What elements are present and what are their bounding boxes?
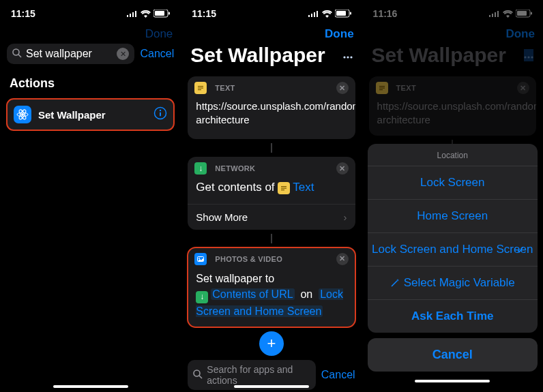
done-button[interactable]: Done (505, 27, 535, 41)
check-icon: ✓ (516, 243, 525, 256)
ellipsis-icon[interactable] (343, 49, 353, 61)
svg-point-17 (350, 56, 352, 58)
svg-point-10 (160, 109, 161, 110)
connector-line (181, 234, 362, 243)
close-icon[interactable]: ✕ (336, 82, 349, 94)
sheet-item-home-screen[interactable]: Home Screen (368, 199, 538, 232)
status-bar: 11:16 (362, 0, 543, 25)
cancel-button[interactable]: Cancel (140, 48, 174, 60)
info-icon[interactable] (153, 106, 167, 123)
home-indicator[interactable] (53, 385, 128, 388)
svg-rect-23 (281, 190, 284, 190)
page-title: Set Wallpaper (190, 44, 325, 67)
svg-rect-21 (281, 186, 287, 187)
svg-line-27 (199, 376, 202, 378)
wand-icon (390, 278, 400, 288)
svg-rect-36 (379, 88, 385, 89)
text-block[interactable]: TEXT ✕ https://source.unsplash.com/rando… (188, 76, 355, 139)
wifi-icon (141, 10, 151, 18)
search-field[interactable]: Set wallpaper ✕ (7, 44, 134, 64)
show-more-label: Show More (196, 211, 248, 223)
sheet-item-magic-variable[interactable]: Select Magic Variable (368, 266, 538, 299)
svg-rect-20 (198, 89, 201, 90)
cellular-icon (488, 10, 500, 17)
text-block-body: https://source.unsplash.com/random/1242x… (369, 97, 536, 136)
photos-block-body: Set wallpaper to ↓Contents of URL on Loc… (188, 268, 355, 327)
phone-2: 11:15 Done Set Wallpaper TEXT ✕ https://… (181, 0, 362, 392)
svg-point-3 (13, 49, 19, 55)
text-block-body[interactable]: https://source.unsplash.com/random/1242x… (188, 97, 355, 139)
close-icon[interactable]: ✕ (336, 253, 349, 265)
svg-point-33 (527, 56, 529, 58)
text-token[interactable]: Text (293, 181, 314, 194)
action-sheet: Location Lock Screen Home Screen Lock Sc… (362, 144, 543, 392)
svg-point-5 (21, 113, 24, 116)
contents-of-url-token[interactable]: Contents of URL (211, 288, 294, 300)
svg-rect-1 (155, 11, 164, 16)
svg-rect-18 (198, 86, 203, 87)
status-indicators (488, 10, 532, 18)
status-bar: 11:15 (0, 0, 181, 25)
download-icon: ↓ (194, 162, 207, 175)
search-input-value: Set wallpaper (26, 48, 92, 60)
set-wallpaper-prefix: Set wallpaper to (196, 273, 274, 284)
wifi-icon (503, 10, 513, 18)
svg-rect-30 (517, 11, 527, 16)
set-wallpaper-middle: on (300, 288, 312, 300)
atom-icon (16, 108, 29, 121)
photos-video-block[interactable]: PHOTOS & VIDEO ✕ Set wallpaper to ↓Conte… (188, 247, 355, 327)
text-icon (194, 82, 207, 94)
search-icon (193, 370, 203, 381)
network-block[interactable]: ↓ NETWORK ✕ Get contents of Text Show Mo… (188, 157, 355, 230)
add-action-button[interactable]: + (259, 331, 284, 356)
svg-rect-19 (198, 88, 203, 89)
show-more-row[interactable]: Show More › (188, 204, 355, 230)
text-token-icon (278, 182, 290, 194)
svg-rect-35 (379, 86, 385, 87)
text-block: TEXT ✕ https://source.unsplash.com/rando… (369, 76, 536, 136)
action-result-set-wallpaper[interactable]: Set Wallpaper (7, 99, 174, 130)
close-icon[interactable]: ✕ (336, 162, 349, 175)
sheet-item-lock-screen[interactable]: Lock Screen (368, 166, 538, 199)
chevron-right-icon: › (344, 211, 347, 223)
text-block-header: TEXT (215, 84, 330, 92)
download-token-icon: ↓ (196, 291, 208, 303)
home-indicator[interactable] (234, 385, 309, 388)
svg-rect-37 (379, 89, 383, 90)
svg-rect-2 (168, 12, 170, 15)
wifi-icon (322, 10, 332, 18)
text-block-header: TEXT (396, 84, 512, 92)
top-nav: Done (181, 25, 362, 44)
svg-point-34 (531, 56, 533, 58)
network-block-body: Get contents of Text (188, 177, 355, 204)
action-sheet-group: Location Lock Screen Home Screen Lock Sc… (368, 144, 538, 333)
sheet-cancel-button[interactable]: Cancel (368, 338, 538, 372)
action-app-icon (14, 106, 31, 123)
sheet-item-ask-each-time[interactable]: Ask Each Time (368, 299, 538, 333)
cancel-button[interactable]: Cancel (321, 369, 355, 381)
action-result-label: Set Wallpaper (38, 109, 106, 121)
search-icon (12, 48, 22, 60)
status-time: 11:15 (192, 8, 216, 19)
svg-point-16 (347, 56, 349, 58)
photos-icon (194, 253, 207, 265)
ellipsis-icon[interactable] (524, 49, 533, 61)
sheet-item-lock-and-home[interactable]: Lock Screen and Home Screen✓ (368, 232, 538, 266)
done-button[interactable]: Done (325, 27, 354, 41)
svg-rect-13 (336, 11, 346, 16)
status-indicators (126, 10, 170, 18)
svg-rect-14 (350, 12, 351, 15)
svg-rect-11 (160, 112, 161, 116)
close-icon: ✕ (517, 82, 529, 94)
phone-3: 11:16 Done Set Wallpaper TEXT ✕ https://… (362, 0, 543, 392)
section-actions-label: Actions (0, 70, 181, 95)
svg-point-25 (199, 258, 200, 259)
clear-icon[interactable]: ✕ (117, 48, 129, 60)
home-indicator[interactable] (415, 380, 490, 382)
done-button[interactable]: Done (145, 27, 173, 41)
status-indicators (308, 10, 351, 18)
battery-icon (335, 10, 351, 18)
photos-block-header: PHOTOS & VIDEO (215, 255, 330, 263)
page-title: Set Wallpaper (372, 44, 506, 67)
svg-line-4 (18, 55, 21, 57)
